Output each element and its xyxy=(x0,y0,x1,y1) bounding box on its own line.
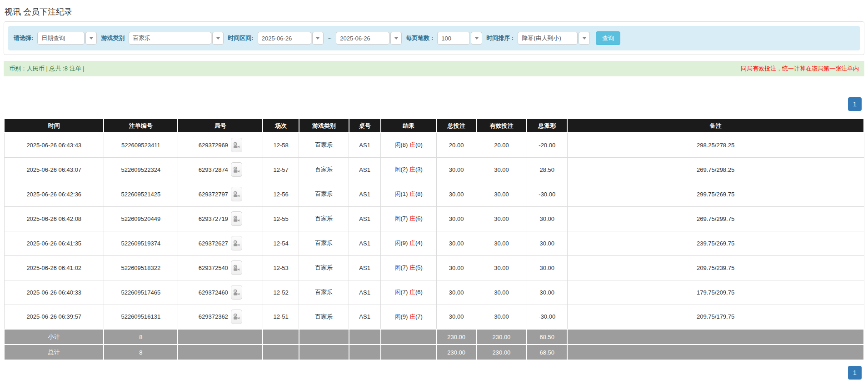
search-button[interactable]: 查询 xyxy=(596,31,620,45)
banker-result-value: (6) xyxy=(415,289,423,295)
cell-time: 2025-06-26 06:43:43 xyxy=(4,133,104,157)
date-from-select xyxy=(258,32,324,45)
round-id-group: 629372874 xyxy=(199,162,242,177)
chevron-down-icon xyxy=(90,37,93,40)
cell-game-type: 百家乐 xyxy=(299,133,349,157)
cell-time: 2025-06-26 06:39:57 xyxy=(4,305,104,329)
banker-result-label: 庄 xyxy=(409,264,415,271)
cell-game-type: 百家乐 xyxy=(299,206,349,231)
video-replay-button[interactable] xyxy=(231,162,242,177)
page-title: 视讯 会员下注纪录 xyxy=(5,6,864,17)
cell-total-bet[interactable]: 20.00 xyxy=(437,133,476,157)
banker-result-label: 庄 xyxy=(409,141,415,148)
page-1-button[interactable]: 1 xyxy=(848,97,862,111)
video-replay-button[interactable] xyxy=(231,138,242,152)
video-replay-button[interactable] xyxy=(231,236,242,250)
summary-empty xyxy=(263,345,299,360)
video-replay-button[interactable] xyxy=(231,260,242,275)
cell-total-bet[interactable]: 30.00 xyxy=(437,206,476,231)
video-icon xyxy=(233,191,240,198)
summary-payout: 68.50 xyxy=(527,345,567,360)
table-body: 2025-06-26 06:43:43522609523411629372969… xyxy=(4,133,864,329)
player-result-value: (1) xyxy=(400,190,408,197)
banker-result-label: 庄 xyxy=(409,240,415,246)
video-replay-button[interactable] xyxy=(231,285,242,300)
column-header: 场次 xyxy=(263,119,299,133)
cell-total-bet[interactable]: 30.00 xyxy=(437,182,476,206)
page-size-dropdown-button[interactable] xyxy=(471,32,482,45)
column-header: 游戏类别 xyxy=(299,119,349,133)
cell-time: 2025-06-26 06:41:02 xyxy=(4,255,104,280)
round-number: 629372460 xyxy=(199,289,228,296)
cell-result: 闲(7) 庄(6) xyxy=(381,280,437,305)
page-size-label: 每页笔数 : xyxy=(406,34,433,42)
cell-payout: 30.00 xyxy=(527,255,567,280)
cell-table-no: AS1 xyxy=(349,280,381,305)
column-header: 备注 xyxy=(567,119,864,133)
cell-round-id: 629372874 xyxy=(178,157,263,182)
cell-table-no: AS1 xyxy=(349,206,381,231)
pagination-bottom: 1 xyxy=(4,366,864,380)
cell-bet-id: 522609516131 xyxy=(104,305,178,329)
time-sort-dropdown-button[interactable] xyxy=(579,32,590,45)
player-result-value: (9) xyxy=(400,313,408,320)
cell-total-bet[interactable]: 30.00 xyxy=(437,157,476,182)
game-type-dropdown-button[interactable] xyxy=(212,32,224,45)
query-type-input[interactable] xyxy=(37,32,85,45)
cell-bet-id: 522609520449 xyxy=(104,206,178,231)
cell-payout: -30.00 xyxy=(527,305,567,329)
cell-total-bet[interactable]: 30.00 xyxy=(437,255,476,280)
video-replay-button[interactable] xyxy=(231,187,242,201)
round-id-group: 629372460 xyxy=(199,285,242,300)
date-from-input[interactable] xyxy=(258,32,311,45)
page-size-input[interactable] xyxy=(437,32,470,45)
cell-table-no: AS1 xyxy=(349,157,381,182)
round-id-group: 629372627 xyxy=(199,236,242,250)
cell-total-bet[interactable]: 30.00 xyxy=(437,305,476,329)
cell-result: 闲(7) 庄(6) xyxy=(381,206,437,231)
round-number: 629372874 xyxy=(199,166,228,173)
table-row: 2025-06-26 06:42:36522609521425629372797… xyxy=(4,182,864,206)
table-row: 2025-06-26 06:43:43522609523411629372969… xyxy=(4,133,864,157)
summary-empty xyxy=(299,329,349,345)
date-to-dropdown-button[interactable] xyxy=(390,32,402,45)
cell-round-id: 629372540 xyxy=(178,255,263,280)
column-header: 有效投注 xyxy=(476,119,527,133)
video-icon xyxy=(233,142,240,149)
video-replay-button[interactable] xyxy=(231,211,242,226)
cell-bet-id: 522609523411 xyxy=(104,133,178,157)
cell-game-type: 百家乐 xyxy=(299,305,349,329)
cell-session: 12-57 xyxy=(263,157,299,182)
cell-session: 12-56 xyxy=(263,182,299,206)
video-icon xyxy=(233,215,240,222)
game-type-select xyxy=(129,32,224,45)
cell-total-bet[interactable]: 30.00 xyxy=(437,231,476,255)
player-result-label: 闲 xyxy=(394,141,400,148)
choose-label: 请选择: xyxy=(14,34,33,42)
time-sort-input[interactable] xyxy=(518,32,578,45)
chevron-down-icon xyxy=(316,37,319,40)
cell-session: 12-53 xyxy=(263,255,299,280)
cell-result: 闲(1) 庄(8) xyxy=(381,182,437,206)
chevron-down-icon xyxy=(475,37,479,40)
round-id-group: 629372797 xyxy=(199,187,242,201)
summary-payout: 68.50 xyxy=(527,329,567,345)
video-replay-button[interactable] xyxy=(231,310,242,324)
banker-result-label: 庄 xyxy=(409,166,415,173)
date-from-dropdown-button[interactable] xyxy=(312,32,324,45)
cell-valid-bet: 30.00 xyxy=(476,206,527,231)
game-type-label: 游戏类别 xyxy=(101,34,125,42)
page-1-button[interactable]: 1 xyxy=(848,366,862,380)
table-row: 2025-06-26 06:39:57522609516131629372362… xyxy=(4,305,864,329)
date-to-input[interactable] xyxy=(336,32,389,45)
cell-total-bet[interactable]: 30.00 xyxy=(437,280,476,305)
cell-table-no: AS1 xyxy=(349,182,381,206)
cell-result: 闲(2) 庄(3) xyxy=(381,157,437,182)
column-header: 桌号 xyxy=(349,119,381,133)
cell-bet-id: 522609518322 xyxy=(104,255,178,280)
cell-session: 12-51 xyxy=(263,305,299,329)
cell-payout: 28.50 xyxy=(527,157,567,182)
query-type-dropdown-button[interactable] xyxy=(85,32,97,45)
game-type-input[interactable] xyxy=(129,32,211,45)
cell-bet-id: 522609522324 xyxy=(104,157,178,182)
